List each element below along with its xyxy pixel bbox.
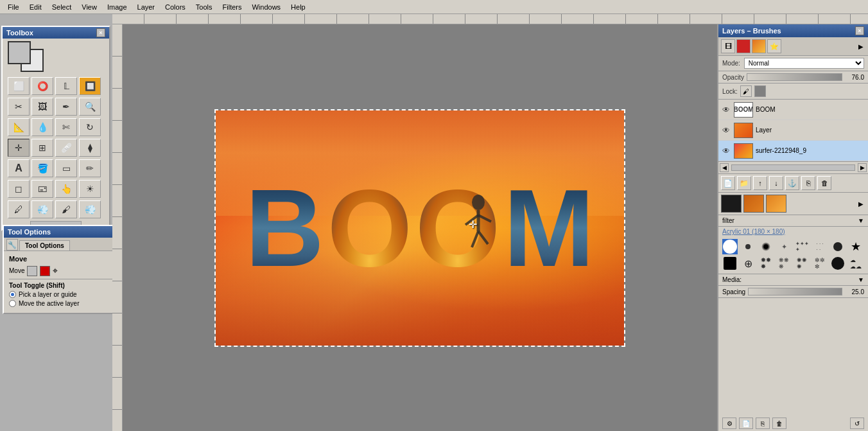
menu-edit[interactable]: Edit (24, 2, 47, 12)
tool-eraser[interactable]: ◻ (8, 180, 30, 198)
layer-anchor-button[interactable]: ⚓ (785, 176, 799, 190)
lock-btn-paint[interactable]: 🖌 (740, 85, 752, 97)
rp-btn-settings[interactable]: ⚙ (722, 418, 736, 429)
tool-options-radio2[interactable] (9, 300, 16, 307)
layer-item-boom[interactable]: 👁 BOOM BOOM (718, 100, 868, 120)
tool-options-move-swatch1[interactable] (27, 266, 37, 276)
tool-airbrush[interactable]: 💨 (79, 200, 101, 218)
brush-swatch-orange-warm[interactable] (743, 195, 764, 213)
tool-blur[interactable]: 💨 (31, 200, 53, 218)
tool-rotate[interactable]: ↻ (79, 118, 101, 136)
tool-perspective[interactable]: ⧫ (79, 139, 101, 157)
tool-ellipse-select[interactable]: ⭕ (31, 77, 53, 95)
rp-btn-new[interactable]: 📄 (739, 418, 753, 429)
tool-align[interactable]: ⊞ (31, 139, 53, 157)
lock-color-swatch[interactable] (754, 85, 766, 97)
tool-options-tab-icon[interactable]: 🔧 (6, 239, 18, 251)
layer-item-orange[interactable]: 👁 Layer (718, 120, 868, 141)
layers-icon-film[interactable]: 🎞 (721, 39, 735, 53)
layers-close-button[interactable]: × (855, 26, 864, 35)
brush-item-14[interactable]: ✼✼✼ (812, 256, 828, 271)
brush-item-15[interactable] (830, 256, 846, 271)
tool-rect-select[interactable]: ⬜ (8, 77, 30, 95)
brush-preset-label[interactable]: Acrylic 01 (180 × 180) (718, 227, 868, 236)
menu-layer[interactable]: Layer (132, 2, 161, 12)
layer-up-button[interactable]: ↑ (753, 176, 767, 190)
brush-item-13[interactable]: ✺✺✺ (794, 256, 810, 271)
brush-item-16[interactable]: ☁☁☁ (848, 256, 864, 271)
foreground-color[interactable] (8, 41, 31, 64)
brush-item-4[interactable]: ✦ (776, 239, 792, 254)
mode-select[interactable]: Normal (744, 58, 864, 69)
menu-colors[interactable]: Colors (160, 2, 191, 12)
brush-item-8[interactable]: ★ (848, 239, 864, 254)
layers-icon-expand[interactable]: ▶ (856, 42, 865, 51)
tool-gradient[interactable]: ▭ (55, 159, 77, 177)
brush-swatches-expand[interactable]: ▶ (856, 199, 865, 208)
layers-scroll-left[interactable]: ◀ (720, 163, 729, 172)
tool-dodge[interactable]: ☀ (79, 180, 101, 198)
brush-swatch-orange-bright[interactable] (766, 195, 786, 213)
tool-brush[interactable]: 🖌 (55, 200, 77, 218)
layers-icon-gradient[interactable] (752, 39, 766, 53)
menu-view[interactable]: View (76, 2, 102, 12)
rp-btn-duplicate[interactable]: ⎘ (756, 418, 770, 429)
tool-zoom[interactable]: 🔍 (79, 98, 101, 116)
menu-filters[interactable]: Filters (218, 2, 247, 12)
tool-text[interactable]: A (8, 159, 30, 177)
layers-icon-brush-sel[interactable] (736, 39, 751, 53)
menu-windows[interactable]: Windows (247, 2, 286, 12)
layer-delete-button[interactable]: 🗑 (817, 176, 831, 190)
menu-tools[interactable]: Tools (191, 2, 218, 12)
tool-heal[interactable]: 🩹 (55, 139, 77, 157)
layer-duplicate-button[interactable]: ⎘ (801, 176, 815, 190)
layer-new-button[interactable]: 📄 (721, 176, 735, 190)
tool-pencil[interactable]: ✏ (79, 159, 101, 177)
layer-eye-surfer[interactable]: 👁 (721, 146, 731, 156)
rp-btn-delete[interactable]: 🗑 (772, 418, 786, 429)
tool-scissors[interactable]: ✂ (8, 98, 30, 116)
brush-item-7[interactable] (830, 239, 846, 254)
tool-measure[interactable]: 📐 (8, 118, 30, 136)
brush-item-11[interactable]: ✸✸✸ (758, 256, 774, 271)
layer-item-surfer[interactable]: 👁 surfer-2212948_9 (718, 141, 868, 161)
tool-clone[interactable]: 🖃 (31, 180, 53, 198)
tool-smudge[interactable]: 👆 (55, 180, 77, 198)
image-canvas[interactable]: B O O M (214, 109, 625, 347)
tool-paths[interactable]: ✒ (55, 98, 77, 116)
layer-folder-button[interactable]: 📁 (737, 176, 751, 190)
layers-scroll-right[interactable]: ▶ (858, 163, 867, 172)
tool-move[interactable]: ✛ (8, 139, 30, 157)
tool-options-move-picker[interactable]: ⌖ (53, 265, 58, 276)
toolbox-close-button[interactable]: × (96, 28, 105, 37)
spacing-slider[interactable] (748, 288, 842, 295)
tool-color-picker[interactable]: 💧 (31, 118, 53, 136)
layers-scrollbar[interactable] (731, 164, 855, 171)
tool-crop[interactable]: ✄ (55, 118, 77, 136)
layer-down-button[interactable]: ↓ (769, 176, 783, 190)
tool-free-select[interactable]: 𝕃 (55, 77, 77, 95)
opacity-slider[interactable] (747, 73, 842, 81)
layer-eye-boom[interactable]: 👁 (721, 105, 731, 115)
tool-ink[interactable]: 🖊 (8, 200, 30, 218)
filter-dropdown[interactable]: ▼ (858, 217, 864, 224)
brush-item-5[interactable]: ✦✦✦✦ (794, 239, 810, 254)
brush-item-12[interactable]: ❋❋❋ (776, 256, 792, 271)
tool-foreground-select[interactable]: 🖼 (31, 98, 53, 116)
brush-item-2[interactable] (740, 239, 756, 254)
brush-item-1[interactable] (722, 239, 738, 254)
media-dropdown[interactable]: ▼ (858, 276, 864, 283)
brush-item-9[interactable] (722, 256, 738, 271)
rp-btn-refresh[interactable]: ↺ (850, 418, 864, 429)
brush-item-10[interactable]: ⊕ (740, 256, 756, 271)
brush-item-3[interactable] (758, 239, 774, 254)
layer-eye-orange[interactable]: 👁 (721, 125, 731, 136)
tool-options-move-swatch2[interactable] (40, 266, 50, 276)
menu-help[interactable]: Help (286, 2, 311, 12)
menu-select[interactable]: Select (47, 2, 77, 12)
brush-swatch-black[interactable] (721, 195, 742, 213)
menu-image[interactable]: Image (102, 2, 132, 12)
tool-options-tab-main[interactable]: Tool Options (19, 240, 70, 251)
brush-item-6[interactable]: · · ·· · (812, 239, 828, 254)
tool-fill[interactable]: 🪣 (31, 159, 53, 177)
